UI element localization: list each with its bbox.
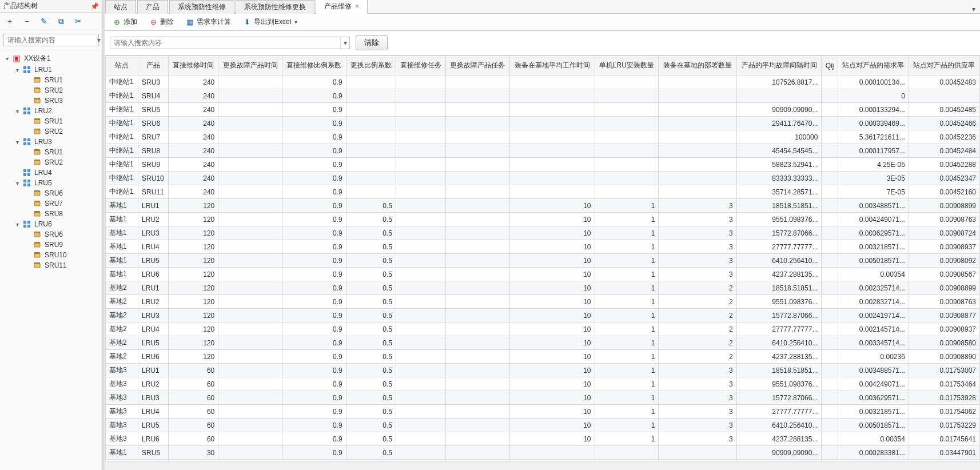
cell[interactable] bbox=[396, 336, 445, 350]
cell[interactable] bbox=[659, 446, 736, 460]
cell[interactable]: 3 bbox=[659, 405, 736, 419]
cell[interactable] bbox=[218, 130, 282, 144]
cell[interactable]: LRU1 bbox=[138, 281, 169, 295]
cell[interactable]: 9551.098376... bbox=[736, 377, 822, 391]
tree-node[interactable]: SRU10 bbox=[0, 250, 102, 260]
cell[interactable] bbox=[396, 158, 445, 172]
add-button[interactable]: ⊕ 添加 bbox=[110, 16, 140, 28]
cell[interactable] bbox=[822, 213, 838, 226]
cell[interactable] bbox=[595, 89, 659, 103]
table-row[interactable]: 基地2LRU51200.90.510126410.256410...0.0033… bbox=[106, 336, 980, 350]
cell[interactable] bbox=[446, 405, 510, 419]
cell[interactable] bbox=[446, 226, 510, 240]
cell[interactable]: 0.00908937 bbox=[909, 322, 979, 336]
cell[interactable]: 60 bbox=[169, 432, 218, 446]
cell[interactable]: LRU5 bbox=[138, 419, 169, 432]
cell[interactable] bbox=[446, 199, 510, 213]
cell[interactable]: 0.002325714... bbox=[838, 281, 909, 295]
cell[interactable]: 120 bbox=[169, 281, 218, 295]
cell[interactable]: 60 bbox=[169, 405, 218, 419]
cell[interactable]: LRU5 bbox=[138, 254, 169, 268]
cell[interactable] bbox=[822, 377, 838, 391]
cell[interactable]: 30 bbox=[169, 446, 218, 460]
table-row[interactable]: 基地2LRU61200.90.510124237.288135...0.0023… bbox=[106, 350, 980, 364]
table-row[interactable]: 基地1LRU11200.90.5101318518.51851...0.0034… bbox=[106, 199, 980, 213]
cell[interactable]: 0.5 bbox=[346, 240, 396, 254]
cell[interactable]: 0.003345714... bbox=[838, 336, 909, 350]
cell[interactable]: 0.5 bbox=[346, 226, 396, 240]
cell[interactable]: 0.5 bbox=[346, 446, 396, 460]
cell[interactable] bbox=[396, 432, 445, 446]
table-row[interactable]: 基地1LRU21200.90.510139551.098376...0.0042… bbox=[106, 213, 980, 226]
cell[interactable]: 0.9 bbox=[282, 391, 346, 405]
cell[interactable] bbox=[218, 377, 282, 391]
tree-node[interactable]: ▾XX设备1 bbox=[0, 53, 102, 65]
cell[interactable] bbox=[446, 322, 510, 336]
cell[interactable]: 0.01753928 bbox=[909, 391, 979, 405]
column-header[interactable]: 更换比例系数 bbox=[346, 56, 396, 75]
cell[interactable]: 基地1 bbox=[106, 226, 138, 240]
cell[interactable]: 0.9 bbox=[282, 158, 346, 172]
cell[interactable]: 基地3 bbox=[106, 377, 138, 391]
cell[interactable]: 1 bbox=[595, 364, 659, 377]
tree-node[interactable]: SRU2 bbox=[0, 126, 102, 137]
cell[interactable]: 0.9 bbox=[282, 89, 346, 103]
table-row[interactable]: 基地3LRU3600.90.5101315772.87066...0.00362… bbox=[106, 391, 980, 405]
cell[interactable]: 0.9 bbox=[282, 377, 346, 391]
cell[interactable]: 0.5 bbox=[346, 295, 396, 309]
cell[interactable] bbox=[822, 89, 838, 103]
cell[interactable]: 0.9 bbox=[282, 281, 346, 295]
cell[interactable] bbox=[909, 89, 979, 103]
cell[interactable] bbox=[218, 432, 282, 446]
cell[interactable] bbox=[595, 75, 659, 89]
cell[interactable]: 0.01745641 bbox=[909, 432, 979, 446]
tree-node[interactable]: SRU2 bbox=[0, 157, 102, 168]
cell[interactable] bbox=[822, 322, 838, 336]
cell[interactable] bbox=[509, 103, 595, 117]
cell[interactable] bbox=[822, 419, 838, 432]
table-row[interactable]: 中继站1SRU92400.958823.52941...4.25E-050.00… bbox=[106, 158, 980, 172]
cell[interactable]: SRU5 bbox=[138, 446, 169, 460]
cell[interactable]: 0.9 bbox=[282, 226, 346, 240]
cell[interactable] bbox=[822, 75, 838, 89]
cell[interactable]: 10 bbox=[509, 254, 595, 268]
cell[interactable] bbox=[509, 130, 595, 144]
cell[interactable]: 0.00908724 bbox=[909, 226, 979, 240]
cell[interactable]: 0.03447901 bbox=[909, 446, 979, 460]
cell[interactable]: 0.9 bbox=[282, 75, 346, 89]
cell[interactable] bbox=[396, 89, 445, 103]
tab[interactable]: 产品维修× bbox=[316, 0, 368, 14]
cell[interactable] bbox=[822, 117, 838, 130]
cell[interactable]: 2 bbox=[659, 322, 736, 336]
cell[interactable]: 0.00908763 bbox=[909, 213, 979, 226]
cell[interactable]: 基地1 bbox=[106, 446, 138, 460]
tree-node[interactable]: SRU3 bbox=[0, 95, 102, 106]
tree-node[interactable]: SRU2 bbox=[0, 85, 102, 95]
cell[interactable]: 7E-05 bbox=[838, 185, 909, 199]
cell[interactable]: 0.002145714... bbox=[838, 322, 909, 336]
cell[interactable] bbox=[218, 185, 282, 199]
cell[interactable]: 3 bbox=[659, 213, 736, 226]
tree-node[interactable]: ▾LRU2 bbox=[0, 106, 102, 116]
cell[interactable] bbox=[218, 336, 282, 350]
cell[interactable] bbox=[822, 281, 838, 295]
cell[interactable]: 0.002419714... bbox=[838, 309, 909, 322]
cell[interactable] bbox=[218, 391, 282, 405]
column-header[interactable]: 产品 bbox=[138, 56, 169, 75]
cell[interactable]: SRU8 bbox=[138, 144, 169, 158]
cell[interactable] bbox=[218, 309, 282, 322]
cell[interactable] bbox=[659, 117, 736, 130]
cell[interactable]: 18518.51851... bbox=[736, 281, 822, 295]
cell[interactable]: 45454.54545... bbox=[736, 144, 822, 158]
clear-button[interactable]: 清除 bbox=[356, 35, 388, 50]
cell[interactable]: 中继站1 bbox=[106, 130, 138, 144]
cell[interactable]: 1 bbox=[595, 405, 659, 419]
cell[interactable]: 18518.51851... bbox=[736, 364, 822, 377]
cell[interactable]: 1 bbox=[595, 240, 659, 254]
cell[interactable] bbox=[822, 130, 838, 144]
cell[interactable]: LRU2 bbox=[138, 213, 169, 226]
cell[interactable]: LRU1 bbox=[138, 199, 169, 213]
table-row[interactable]: 中继站1SRU72400.91000005.361721611...0.0045… bbox=[106, 130, 980, 144]
cell[interactable]: 10 bbox=[509, 281, 595, 295]
cell[interactable]: 中继站1 bbox=[106, 172, 138, 185]
